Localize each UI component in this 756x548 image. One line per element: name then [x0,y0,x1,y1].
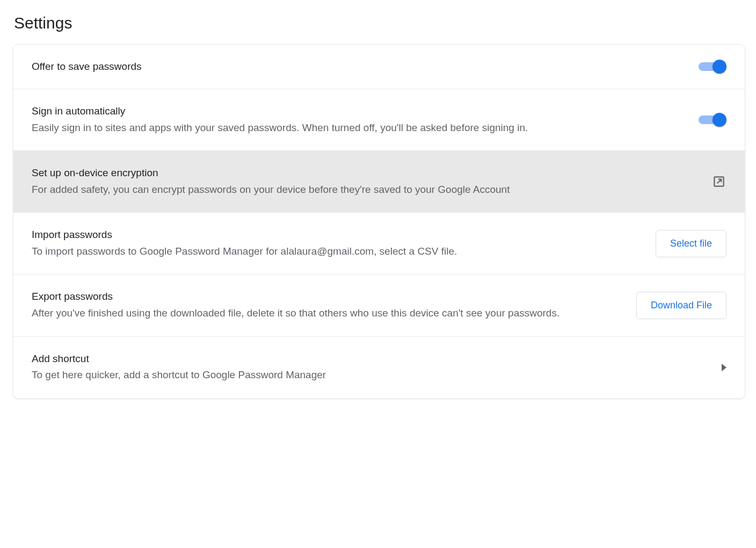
row-on-device-encryption[interactable]: Set up on-device encryption For added sa… [13,151,745,213]
open-external-icon[interactable] [711,174,726,189]
select-file-button[interactable]: Select file [656,230,726,257]
row-title: Sign in automatically [32,104,677,118]
chevron-right-icon [722,364,726,371]
row-title: Offer to save passwords [32,60,677,74]
row-desc: To get here quicker, add a shortcut to G… [32,367,700,383]
offer-save-passwords-toggle[interactable] [699,60,726,74]
row-title: Set up on-device encryption [32,166,690,180]
download-file-button[interactable]: Download File [636,292,726,319]
row-title: Export passwords [32,290,615,304]
row-title: Add shortcut [32,352,700,366]
row-export-passwords: Export passwords After you've finished u… [13,275,745,336]
sign-in-automatically-toggle[interactable] [699,113,726,127]
row-sign-in-automatically: Sign in automatically Easily sign in to … [13,89,745,151]
row-add-shortcut[interactable]: Add shortcut To get here quicker, add a … [13,337,745,398]
row-title: Import passwords [32,228,634,242]
row-offer-save-passwords: Offer to save passwords [13,45,745,89]
svg-line-1 [717,179,722,184]
row-desc: For added safety, you can encrypt passwo… [32,182,690,198]
row-desc: After you've finished using the download… [32,306,615,321]
page-title: Settings [14,14,745,32]
row-desc: Easily sign in to sites and apps with yo… [32,120,677,136]
row-desc: To import passwords to Google Password M… [32,244,634,259]
settings-card: Offer to save passwords Sign in automati… [13,44,745,399]
row-import-passwords: Import passwords To import passwords to … [13,213,745,275]
